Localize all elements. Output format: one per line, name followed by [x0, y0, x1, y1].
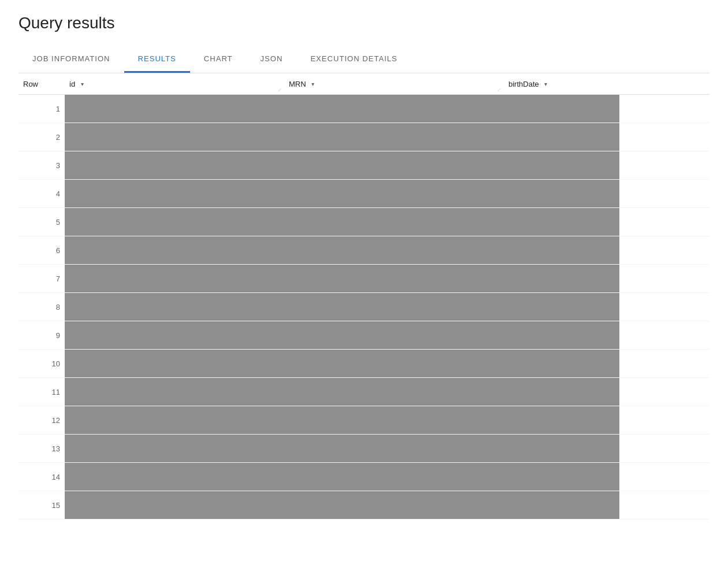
cell-extra: [619, 208, 710, 236]
cell-extra: [619, 95, 710, 123]
mrn-column-resize-handle[interactable]: ⟋: [497, 87, 503, 93]
table-body: 123456789101112131415: [18, 95, 710, 520]
tab-json[interactable]: JSON: [247, 46, 297, 73]
row-number-header: Row: [18, 73, 65, 95]
birthdate-column-dropdown-icon[interactable]: ▾: [541, 79, 551, 88]
tab-execution-details[interactable]: EXECUTION DETAILS: [296, 46, 411, 73]
cell-birthDate-row-9: [504, 321, 619, 350]
row-number-cell: 2: [18, 123, 65, 151]
table-row: 5: [18, 208, 710, 236]
row-number-cell: 3: [18, 151, 65, 180]
cell-mrn-row-8: [284, 293, 504, 321]
cell-birthDate-row-8: [504, 293, 619, 321]
cell-mrn-row-11: [284, 378, 504, 406]
id-column-resize-handle[interactable]: ⟋: [277, 87, 283, 93]
table-row: 7: [18, 265, 710, 293]
row-number-cell: 15: [18, 491, 65, 520]
column-header-extra: [619, 73, 710, 95]
row-number-cell: 6: [18, 236, 65, 265]
tab-job-information[interactable]: JOB INFORMATION: [18, 46, 124, 73]
cell-id-row-6: [65, 236, 284, 265]
row-number-cell: 14: [18, 463, 65, 491]
tabs-bar: JOB INFORMATION RESULTS CHART JSON EXECU…: [18, 46, 710, 73]
tab-chart[interactable]: CHART: [190, 46, 247, 73]
row-number-cell: 12: [18, 406, 65, 435]
cell-birthDate-row-5: [504, 208, 619, 236]
cell-birthDate-row-10: [504, 350, 619, 378]
table-row: 8: [18, 293, 710, 321]
table-row: 4: [18, 180, 710, 208]
column-header-birthdate[interactable]: birthDate ▾: [504, 73, 619, 95]
cell-mrn-row-3: [284, 151, 504, 180]
cell-id-row-11: [65, 378, 284, 406]
cell-mrn-row-1: [284, 95, 504, 123]
cell-birthDate-row-3: [504, 151, 619, 180]
results-table-container: Row id ▾ ⟋ MRN ▾ ⟋: [18, 73, 710, 520]
row-number-cell: 4: [18, 180, 65, 208]
column-header-id[interactable]: id ▾ ⟋: [65, 73, 284, 95]
table-row: 14: [18, 463, 710, 491]
table-row: 1: [18, 95, 710, 123]
cell-extra: [619, 180, 710, 208]
cell-id-row-15: [65, 491, 284, 520]
cell-mrn-row-2: [284, 123, 504, 151]
cell-mrn-row-6: [284, 236, 504, 265]
row-number-cell: 1: [18, 95, 65, 123]
cell-mrn-row-5: [284, 208, 504, 236]
mrn-column-dropdown-icon[interactable]: ▾: [309, 79, 318, 88]
table-row: 9: [18, 321, 710, 350]
column-header-mrn[interactable]: MRN ▾ ⟋: [284, 73, 504, 95]
cell-extra: [619, 236, 710, 265]
cell-id-row-1: [65, 95, 284, 123]
cell-mrn-row-13: [284, 435, 504, 463]
cell-id-row-2: [65, 123, 284, 151]
cell-mrn-row-4: [284, 180, 504, 208]
cell-id-row-9: [65, 321, 284, 350]
cell-mrn-row-7: [284, 265, 504, 293]
row-number-cell: 13: [18, 435, 65, 463]
tab-results[interactable]: RESULTS: [124, 46, 190, 73]
table-row: 15: [18, 491, 710, 520]
table-row: 13: [18, 435, 710, 463]
cell-extra: [619, 151, 710, 180]
cell-mrn-row-14: [284, 463, 504, 491]
cell-id-row-12: [65, 406, 284, 435]
row-number-cell: 11: [18, 378, 65, 406]
cell-id-row-3: [65, 151, 284, 180]
page-title: Query results: [18, 14, 710, 32]
id-column-dropdown-icon[interactable]: ▾: [77, 79, 87, 88]
cell-mrn-row-12: [284, 406, 504, 435]
cell-extra: [619, 491, 710, 520]
cell-birthDate-row-4: [504, 180, 619, 208]
cell-id-row-4: [65, 180, 284, 208]
cell-birthDate-row-2: [504, 123, 619, 151]
cell-extra: [619, 321, 710, 350]
cell-id-row-8: [65, 293, 284, 321]
row-number-cell: 5: [18, 208, 65, 236]
cell-birthDate-row-6: [504, 236, 619, 265]
cell-id-row-7: [65, 265, 284, 293]
row-number-cell: 8: [18, 293, 65, 321]
cell-birthDate-row-14: [504, 463, 619, 491]
cell-mrn-row-9: [284, 321, 504, 350]
cell-extra: [619, 123, 710, 151]
cell-extra: [619, 435, 710, 463]
table-row: 11: [18, 378, 710, 406]
cell-mrn-row-10: [284, 350, 504, 378]
table-row: 6: [18, 236, 710, 265]
results-table: Row id ▾ ⟋ MRN ▾ ⟋: [18, 73, 710, 520]
row-number-cell: 7: [18, 265, 65, 293]
cell-extra: [619, 293, 710, 321]
table-row: 3: [18, 151, 710, 180]
cell-extra: [619, 378, 710, 406]
table-row: 10: [18, 350, 710, 378]
cell-birthDate-row-7: [504, 265, 619, 293]
table-row: 12: [18, 406, 710, 435]
page-container: Query results JOB INFORMATION RESULTS CH…: [0, 0, 728, 564]
cell-extra: [619, 265, 710, 293]
cell-extra: [619, 406, 710, 435]
cell-id-row-14: [65, 463, 284, 491]
row-number-cell: 9: [18, 321, 65, 350]
cell-id-row-5: [65, 208, 284, 236]
cell-birthDate-row-15: [504, 491, 619, 520]
